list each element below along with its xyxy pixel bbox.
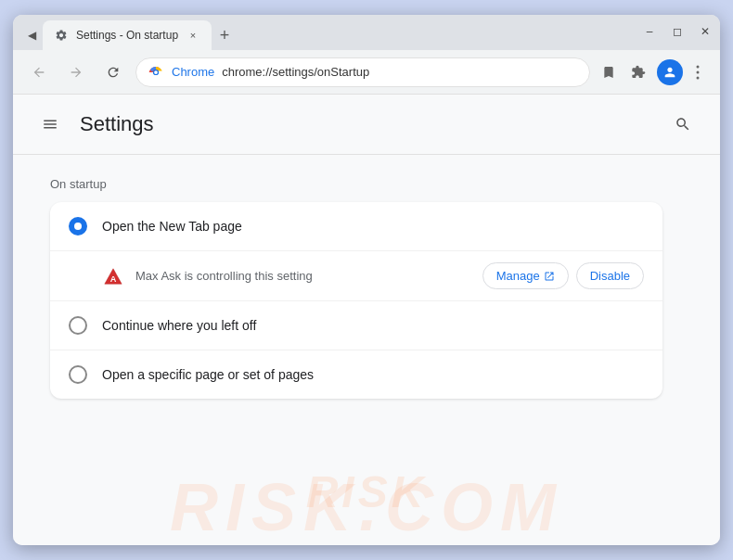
page-title: Settings bbox=[80, 112, 653, 136]
chrome-logo-icon bbox=[148, 64, 164, 81]
browser-window: ◀ Settings - On startup × + – ◻ ✕ bbox=[13, 15, 720, 545]
radio-new-tab[interactable] bbox=[69, 217, 87, 235]
maximize-button[interactable]: ◻ bbox=[670, 24, 685, 39]
more-options-button[interactable] bbox=[687, 61, 709, 83]
nav-bar: Chrome chrome://settings/onStartup bbox=[13, 50, 720, 95]
disable-button[interactable]: Disable bbox=[576, 262, 644, 289]
hamburger-menu-button[interactable] bbox=[35, 109, 65, 139]
extension-notice-text: Max Ask is controlling this setting bbox=[135, 269, 471, 283]
close-button[interactable]: ✕ bbox=[698, 24, 713, 39]
content-area: RISK RISK.COM Settings On startup bbox=[13, 95, 720, 545]
svg-point-3 bbox=[697, 65, 700, 68]
svg-text:A: A bbox=[110, 274, 117, 283]
radio-continue[interactable] bbox=[69, 316, 87, 335]
option-label-new-tab: Open the New Tab page bbox=[102, 219, 644, 234]
chrome-label: Chrome bbox=[172, 65, 214, 79]
tab-title: Settings - On startup bbox=[76, 29, 178, 42]
watermark-bottom: RISK.COM bbox=[170, 469, 563, 545]
back-button[interactable] bbox=[24, 57, 54, 87]
section-label: On startup bbox=[50, 177, 683, 191]
settings-search-button[interactable] bbox=[668, 109, 698, 139]
option-label-specific: Open a specific page or set of pages bbox=[102, 367, 644, 382]
title-bar: ◀ Settings - On startup × + – ◻ ✕ bbox=[13, 15, 720, 50]
address-url: chrome://settings/onStartup bbox=[222, 65, 369, 79]
tab-bar: ◀ Settings - On startup × + bbox=[20, 20, 238, 50]
options-card: Open the New Tab page A Max Ask is contr… bbox=[50, 202, 662, 399]
radio-specific[interactable] bbox=[69, 365, 87, 384]
close-tab-button[interactable]: × bbox=[186, 28, 200, 43]
extension-actions: Manage Disable bbox=[482, 262, 644, 289]
bookmark-button[interactable] bbox=[598, 61, 620, 83]
svg-point-2 bbox=[154, 70, 158, 74]
settings-content: On startup Open the New Tab page A bbox=[13, 155, 720, 421]
option-row-new-tab[interactable]: Open the New Tab page bbox=[50, 202, 662, 251]
extension-notice-row: A Max Ask is controlling this setting Ma… bbox=[50, 251, 662, 301]
settings-header: Settings bbox=[13, 95, 720, 155]
tab-group-back[interactable]: ◀ bbox=[20, 24, 43, 46]
tab-favicon bbox=[54, 28, 69, 43]
window-controls: – ◻ ✕ bbox=[642, 24, 713, 39]
address-bar[interactable]: Chrome chrome://settings/onStartup bbox=[135, 57, 590, 87]
watermark-top: RISK bbox=[306, 466, 428, 517]
forward-button[interactable] bbox=[61, 57, 91, 87]
extension-icon: A bbox=[102, 265, 124, 287]
profile-avatar[interactable] bbox=[657, 59, 683, 85]
manage-button[interactable]: Manage bbox=[482, 262, 569, 289]
option-row-continue[interactable]: Continue where you left off bbox=[50, 301, 662, 350]
option-row-specific[interactable]: Open a specific page or set of pages bbox=[50, 350, 662, 399]
reload-button[interactable] bbox=[98, 57, 128, 87]
option-label-continue: Continue where you left off bbox=[102, 318, 644, 333]
svg-point-4 bbox=[697, 70, 700, 73]
minimize-button[interactable]: – bbox=[642, 24, 657, 39]
new-tab-button[interactable]: + bbox=[212, 22, 238, 48]
extensions-button[interactable] bbox=[627, 61, 649, 83]
nav-right bbox=[657, 59, 709, 85]
active-tab[interactable]: Settings - On startup × bbox=[43, 20, 212, 50]
svg-point-5 bbox=[697, 76, 700, 79]
